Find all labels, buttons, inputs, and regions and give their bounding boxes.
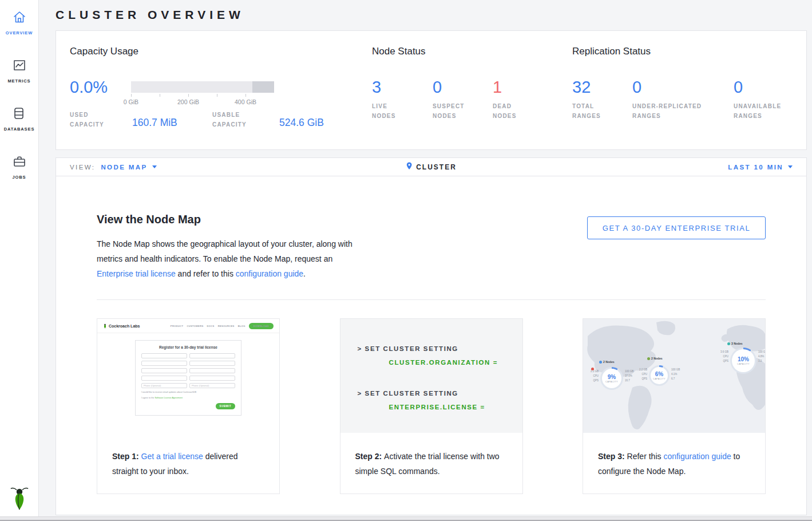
cluster-breadcrumb-label: CLUSTER bbox=[416, 163, 457, 171]
window-bottom-edge bbox=[0, 516, 812, 521]
databases-icon bbox=[12, 106, 26, 123]
step2-caption: Step 2: Activate the trial license with … bbox=[340, 433, 522, 479]
capacity-bar-chart: 0 GiB 200 GiB 400 GiB bbox=[131, 81, 274, 109]
total-ranges-stat: 32 TOTALRANGES bbox=[572, 78, 601, 121]
code-line: ENTERPRISE.LICENSE = bbox=[358, 400, 522, 414]
sidebar-item-label: DATABASES bbox=[4, 127, 35, 132]
sidebar-item-jobs[interactable]: JOBS bbox=[12, 155, 26, 180]
divider bbox=[97, 299, 766, 300]
capacity-usage-section: Capacity Usage 0.0% 0 GiB 200 GiB 400 Gi… bbox=[70, 46, 362, 57]
sidebar-item-metrics[interactable]: METRICS bbox=[7, 58, 30, 84]
axis-tick-label: 0 GiB bbox=[124, 98, 138, 105]
mini-brand: Cockroach Labs bbox=[103, 323, 140, 329]
mini-registration-form: Register for a 30-day trial license Phon… bbox=[135, 340, 241, 416]
capacity-axis: 0 GiB 200 GiB 400 GiB bbox=[131, 93, 274, 109]
capacity-gauge: 9% CAPACITY 2.2 GBCPUQPS 100 GB37.0%16.7 bbox=[600, 367, 623, 390]
view-label: VIEW: bbox=[70, 164, 95, 171]
usable-capacity-value: 524.6 GiB bbox=[279, 117, 324, 129]
node-status-title: Node Status bbox=[372, 46, 561, 57]
breadcrumb: CLUSTER bbox=[406, 162, 457, 172]
node-status-section: Node Status 3 LIVENODES 0 SUSPECTNODES 1… bbox=[372, 46, 561, 57]
suspect-nodes-label: SUSPECTNODES bbox=[433, 101, 465, 121]
get-trial-license-link[interactable]: Get a trial license bbox=[141, 452, 203, 461]
cluster-summary-panel: Capacity Usage 0.0% 0 GiB 200 GiB 400 Gi… bbox=[56, 30, 807, 150]
view-selector[interactable]: NODE MAP bbox=[101, 164, 156, 171]
suspect-nodes-value: 0 bbox=[433, 78, 465, 97]
suspect-nodes-stat: 0 SUSPECTNODES bbox=[433, 78, 465, 121]
dead-nodes-stat: 1 DEADNODES bbox=[493, 78, 517, 121]
live-nodes-label: LIVENODES bbox=[372, 101, 396, 121]
capacity-gauge: 6% CAPACITY 2.2 GBCPUQPS 100 GB4.1%6.7 bbox=[649, 365, 670, 386]
page-title: CLUSTER OVERVIEW bbox=[56, 8, 807, 22]
axis-tick-label: 400 GiB bbox=[235, 98, 256, 105]
configuration-guide-link[interactable]: configuration guide bbox=[236, 269, 303, 278]
replication-status-title: Replication Status bbox=[572, 46, 801, 57]
locality-label: 2 Nodes bbox=[599, 360, 614, 364]
sidebar-item-overview[interactable]: OVERVIEW bbox=[6, 10, 33, 35]
capacity-gauge: 10% CAPACITY 3.6 GBCPUQPS 100 GB4.8%3.2 bbox=[730, 348, 756, 374]
step3-card: 2 Nodes 2 Nodes 3 Nodes 9% CAPACITY bbox=[583, 318, 766, 494]
under-replicated-stat: 0 UNDER-REPLICATEDRANGES bbox=[632, 78, 702, 121]
step1-card: Cockroach Labs PRODUCT CUSTOMERS DOCS RE… bbox=[97, 318, 280, 494]
usable-capacity-label: USABLECAPACITY bbox=[212, 110, 247, 129]
under-replicated-label: UNDER-REPLICATEDRANGES bbox=[632, 101, 702, 121]
sidebar-item-label: METRICS bbox=[7, 78, 30, 84]
caret-down-icon bbox=[152, 165, 157, 168]
sidebar: OVERVIEW METRICS DATABASES JOBS bbox=[0, 0, 39, 521]
step2-card: > SET CLUSTER SETTING CLUSTER.ORGANIZATI… bbox=[340, 318, 523, 494]
mini-nav: PRODUCT CUSTOMERS DOCS RESOURCES BLOG DO… bbox=[171, 323, 274, 329]
dead-nodes-value: 1 bbox=[493, 78, 517, 97]
total-ranges-value: 32 bbox=[572, 78, 601, 97]
enterprise-trial-button[interactable]: GET A 30-DAY ENTERPRISE TRIAL bbox=[587, 216, 766, 239]
unavailable-ranges-value: 0 bbox=[734, 78, 781, 97]
node-dot-icon bbox=[599, 361, 602, 364]
home-icon bbox=[13, 10, 26, 26]
jobs-icon bbox=[13, 155, 26, 171]
capacity-usage-title: Capacity Usage bbox=[70, 46, 362, 57]
node-dot-icon bbox=[647, 357, 650, 360]
dead-nodes-label: DEADNODES bbox=[493, 101, 517, 121]
replication-status-section: Replication Status 32 TOTALRANGES 0 UNDE… bbox=[572, 46, 801, 57]
step1-caption: Step 1: Get a trial license delivered st… bbox=[97, 433, 279, 479]
mini-submit-button: SUBMIT bbox=[216, 403, 235, 409]
metrics-icon bbox=[13, 58, 26, 74]
node-map-panel: View the Node Map GET A 30-DAY ENTERPRIS… bbox=[56, 176, 807, 515]
under-replicated-value: 0 bbox=[632, 78, 702, 97]
time-range-selector[interactable]: LAST 10 MIN bbox=[728, 164, 793, 171]
location-pin-icon bbox=[406, 162, 412, 172]
unavailable-ranges-stat: 0 UNAVAILABLERANGES bbox=[734, 78, 781, 121]
total-ranges-label: TOTALRANGES bbox=[572, 101, 601, 121]
capacity-percent: 0.0% bbox=[70, 78, 108, 97]
step2-code-block: > SET CLUSTER SETTING CLUSTER.ORGANIZATI… bbox=[340, 319, 522, 433]
caret-down-icon bbox=[788, 165, 793, 168]
node-dot-icon bbox=[591, 368, 594, 370]
step3-map-preview: 2 Nodes 2 Nodes 3 Nodes 9% CAPACITY bbox=[583, 319, 765, 433]
cockroach-logo-icon bbox=[10, 487, 29, 513]
code-line: > SET CLUSTER SETTING bbox=[358, 386, 522, 400]
view-bar: VIEW: NODE MAP CLUSTER LAST 10 MIN bbox=[56, 157, 807, 176]
locality-label: 2 Nodes bbox=[647, 357, 662, 360]
code-line: > SET CLUSTER SETTING bbox=[358, 342, 522, 356]
capacity-values: USEDCAPACITY 160.7 MiB USABLECAPACITY 52… bbox=[70, 110, 344, 133]
live-nodes-stat: 3 LIVENODES bbox=[372, 78, 396, 121]
axis-tick-label: 200 GiB bbox=[177, 98, 199, 105]
used-capacity-label: USEDCAPACITY bbox=[70, 110, 104, 129]
step3-caption: Step 3: Refer this configuration guide t… bbox=[583, 433, 765, 479]
node-map-description: The Node Map shows the geographical layo… bbox=[97, 236, 368, 281]
unavailable-ranges-label: UNAVAILABLERANGES bbox=[734, 101, 781, 121]
code-line: CLUSTER.ORGANIZATION = bbox=[358, 356, 522, 369]
step1-preview-image: Cockroach Labs PRODUCT CUSTOMERS DOCS RE… bbox=[97, 319, 279, 433]
sidebar-item-label: JOBS bbox=[12, 175, 26, 180]
used-capacity-value: 160.7 MiB bbox=[132, 117, 177, 129]
sidebar-item-label: OVERVIEW bbox=[6, 30, 33, 35]
live-nodes-value: 3 bbox=[372, 78, 396, 97]
mini-download-button: DOWNLOAD bbox=[249, 323, 274, 329]
sidebar-item-databases[interactable]: DATABASES bbox=[4, 106, 35, 132]
enterprise-trial-license-link[interactable]: Enterprise trial license bbox=[97, 269, 176, 278]
steps-row: Cockroach Labs PRODUCT CUSTOMERS DOCS RE… bbox=[97, 318, 766, 494]
configuration-guide-link[interactable]: configuration guide bbox=[663, 452, 731, 461]
main-content: CLUSTER OVERVIEW Capacity Usage 0.0% 0 G… bbox=[39, 0, 812, 521]
capacity-bar bbox=[131, 81, 274, 93]
locality-label: 3 Nodes bbox=[727, 342, 742, 345]
node-dot-icon bbox=[727, 342, 730, 345]
